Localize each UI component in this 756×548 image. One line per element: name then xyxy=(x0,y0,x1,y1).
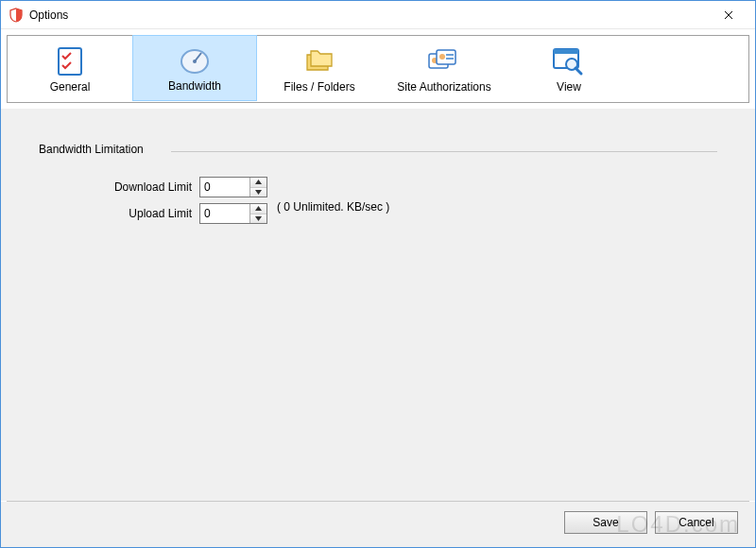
spin-up-button[interactable] xyxy=(250,178,266,188)
spinner-buttons xyxy=(249,178,266,197)
bandwidth-limitation-group: Bandwidth Limitation Download Limit x xyxy=(39,143,717,224)
svg-rect-8 xyxy=(437,50,455,64)
group-line xyxy=(171,151,717,152)
tab-label: Site Authorizations xyxy=(397,80,490,94)
upload-limit-label: Upload Limit xyxy=(39,207,199,220)
tab-site-authorizations[interactable]: Site Authorizations xyxy=(382,36,507,102)
group-legend: Bandwidth Limitation xyxy=(39,143,149,156)
bandwidth-hint: ( 0 Unlimited. KB/sec ) xyxy=(277,200,389,214)
app-shield-icon xyxy=(9,8,24,23)
spinner-buttons xyxy=(249,204,266,223)
tab-label: Bandwidth xyxy=(168,79,221,93)
tab-label: Files / Folders xyxy=(284,80,354,94)
checklist-icon xyxy=(51,44,89,78)
save-button[interactable]: Save xyxy=(564,511,647,534)
spin-down-button[interactable] xyxy=(250,188,266,197)
titlebar: Options xyxy=(1,1,755,29)
download-limit-label: Download Limit xyxy=(39,180,199,194)
window-magnifier-icon xyxy=(550,44,588,78)
tab-files-folders[interactable]: Files / Folders xyxy=(257,36,382,102)
close-button[interactable] xyxy=(710,2,747,28)
tab-label: View xyxy=(557,80,581,94)
svg-rect-11 xyxy=(446,58,454,60)
toolbar: General Bandwidth Files / Folders xyxy=(7,35,749,103)
upload-limit-spinner[interactable] xyxy=(199,203,267,224)
window-title: Options xyxy=(29,9,710,22)
download-limit-spinner[interactable] xyxy=(199,177,267,197)
download-limit-input[interactable] xyxy=(200,178,249,197)
spin-up-button[interactable] xyxy=(250,204,266,214)
svg-line-15 xyxy=(576,68,581,74)
svg-rect-0 xyxy=(59,48,81,75)
content-panel: Bandwidth Limitation Download Limit x xyxy=(1,109,755,501)
gauge-icon xyxy=(176,43,214,77)
options-window: Options General xyxy=(0,0,756,548)
svg-rect-10 xyxy=(446,54,454,56)
download-limit-row: Download Limit x xyxy=(39,177,717,197)
tab-label: General xyxy=(50,80,91,94)
upload-limit-row: Upload Limit ( 0 Unlimited. KB/sec ) xyxy=(39,203,717,224)
tab-general[interactable]: General xyxy=(8,36,132,102)
folders-icon xyxy=(301,44,338,78)
upload-limit-input[interactable] xyxy=(200,204,249,223)
tab-bandwidth[interactable]: Bandwidth xyxy=(132,35,257,101)
users-cards-icon xyxy=(425,44,463,78)
svg-point-9 xyxy=(439,54,445,60)
spin-down-button[interactable] xyxy=(250,214,266,224)
footer-buttons: Save Cancel xyxy=(1,502,755,547)
svg-rect-13 xyxy=(554,49,578,54)
tab-view[interactable]: View xyxy=(507,36,631,102)
cancel-button[interactable]: Cancel xyxy=(655,511,738,534)
